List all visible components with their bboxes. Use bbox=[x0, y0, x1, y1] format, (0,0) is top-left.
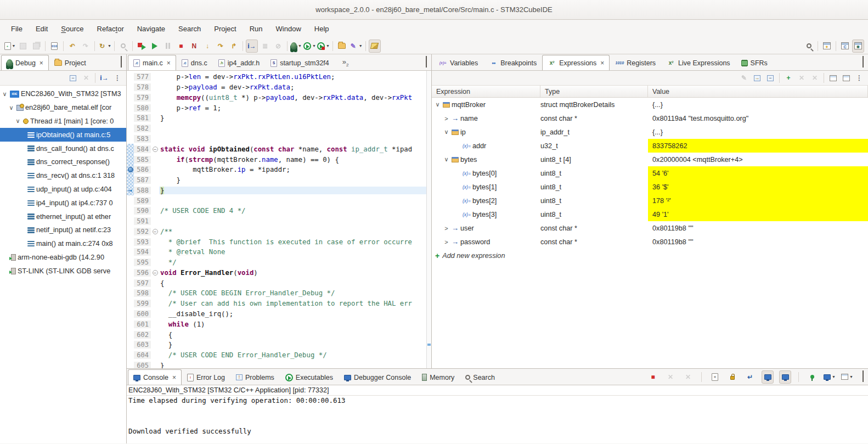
tab-console[interactable]: Console× bbox=[128, 369, 182, 385]
code-line[interactable]: 599 /* User can add his own implementati… bbox=[127, 299, 431, 309]
tab-sfrs[interactable]: SFRs bbox=[736, 55, 773, 70]
menu-edit[interactable]: Edit bbox=[29, 22, 54, 36]
line-number[interactable]: 587 bbox=[134, 176, 151, 184]
code-line[interactable]: 594 * @retval None bbox=[127, 247, 431, 257]
annotation-ruler[interactable] bbox=[127, 319, 134, 329]
line-number[interactable]: 603 bbox=[134, 341, 151, 349]
step-into-button[interactable]: ↓ bbox=[201, 40, 213, 53]
external-tools-button[interactable]: ▼ bbox=[317, 40, 330, 53]
debug-tree-item[interactable]: netif_input() at netif.c:23 bbox=[0, 223, 126, 237]
annotation-ruler[interactable] bbox=[127, 206, 134, 216]
line-number[interactable]: 597 bbox=[134, 279, 151, 287]
expander-icon[interactable]: ∨ bbox=[443, 156, 450, 163]
annotation-ruler[interactable] bbox=[127, 195, 134, 206]
line-number[interactable]: 590 bbox=[134, 207, 151, 215]
annotation-ruler[interactable] bbox=[127, 288, 134, 299]
line-number[interactable]: 595 bbox=[134, 258, 151, 266]
line-number[interactable]: 593 bbox=[134, 238, 151, 246]
expression-row[interactable]: ∨ipip_addr_t{...} bbox=[432, 125, 868, 139]
console-output[interactable]: Time elapsed during verifying operation:… bbox=[127, 396, 868, 443]
dropdown-arrow-icon[interactable]: ▼ bbox=[312, 44, 316, 48]
code-line[interactable]: 585 if(strcmp(mqttBroker.name, name) == … bbox=[127, 154, 431, 165]
code-line[interactable]: 582 bbox=[127, 123, 431, 134]
code-line[interactable]: →588} bbox=[127, 185, 431, 195]
build-project-button[interactable]: ↻▼ bbox=[98, 40, 111, 53]
fold-collapse-icon[interactable]: − bbox=[153, 229, 158, 234]
expression-row[interactable]: (x)=bytes[3]uint8_t49 '1' bbox=[432, 207, 868, 221]
line-number[interactable]: 598 bbox=[134, 289, 151, 297]
line-number[interactable]: 580 bbox=[134, 104, 151, 112]
skip-all-breakpoints-button[interactable]: ⊘ bbox=[272, 40, 284, 53]
line-number[interactable]: 582 bbox=[134, 125, 151, 132]
maximize-button[interactable] bbox=[121, 58, 122, 68]
new-view-button[interactable] bbox=[827, 71, 839, 85]
line-number[interactable]: 585 bbox=[134, 156, 151, 164]
column-expression[interactable]: Expression bbox=[432, 86, 540, 97]
annotation-ruler[interactable] bbox=[127, 257, 134, 268]
code-line[interactable]: 592−/** bbox=[127, 226, 431, 237]
code-line[interactable]: 580 p->ref = 1; bbox=[127, 103, 431, 113]
debug-tree-item[interactable]: dns_call_found() at dns.c bbox=[0, 142, 126, 155]
debug-tree-item[interactable]: ∨IDEENC28J60_With_STM32 [STM3 bbox=[0, 87, 126, 101]
maximize-button[interactable] bbox=[863, 58, 864, 68]
terminate-button[interactable]: ■ bbox=[175, 40, 187, 53]
expander-icon[interactable]: ∨ bbox=[434, 101, 441, 108]
code-line[interactable]: 586 mqttBroker.ip = *ipaddr; bbox=[127, 165, 431, 175]
expression-row[interactable]: >→nameconst char *0x80119a4 "test.mosqui… bbox=[432, 111, 868, 125]
expander-icon[interactable]: > bbox=[443, 239, 450, 245]
maximize-button[interactable] bbox=[863, 372, 864, 382]
expression-row[interactable]: ∨bytesuint8_t [4]0x20000004 <mqttBroker+… bbox=[432, 153, 868, 166]
terminate-relaunch-button[interactable] bbox=[136, 40, 148, 53]
dropdown-arrow-icon[interactable]: ▼ bbox=[12, 44, 16, 48]
code-line[interactable]: 587 } bbox=[127, 175, 431, 186]
expression-row[interactable]: (x)=addru32_t833758262 bbox=[432, 139, 868, 153]
line-number[interactable]: 599 bbox=[134, 300, 151, 307]
expression-row[interactable]: (x)=bytes[2]uint8_t178 '²' bbox=[432, 194, 868, 207]
code-line[interactable]: 583 bbox=[127, 134, 431, 144]
line-number[interactable]: 584 bbox=[134, 145, 151, 153]
view-menu-button[interactable]: ⋮ bbox=[853, 71, 865, 85]
clear-console-button[interactable]: ✕ bbox=[709, 370, 721, 384]
line-number[interactable]: 577 bbox=[134, 73, 151, 81]
code-line[interactable]: 589 bbox=[127, 195, 431, 206]
expander-icon[interactable]: ∨ bbox=[443, 128, 450, 136]
dropdown-arrow-icon[interactable]: ▼ bbox=[832, 375, 836, 379]
redo-button[interactable]: ↷ bbox=[80, 40, 92, 53]
resume-button[interactable] bbox=[149, 40, 161, 53]
expander-icon[interactable]: > bbox=[443, 115, 450, 122]
menu-file[interactable]: File bbox=[4, 22, 29, 36]
show-next-statement-button[interactable]: ≣ bbox=[259, 40, 271, 53]
editor-tab-ip4-addr-h[interactable]: .hip4_addr.h bbox=[213, 55, 265, 70]
annotation-ruler[interactable] bbox=[127, 268, 134, 278]
annotation-ruler[interactable] bbox=[127, 299, 134, 309]
annotation-ruler[interactable] bbox=[127, 134, 134, 144]
cpp-perspective-button[interactable]: C bbox=[839, 40, 851, 53]
close-icon[interactable]: × bbox=[600, 59, 604, 67]
close-icon[interactable]: × bbox=[172, 374, 176, 381]
tab-error-log[interactable]: !Error Log bbox=[182, 369, 230, 385]
dropdown-arrow-icon[interactable]: ▼ bbox=[849, 375, 853, 379]
dropdown-arrow-icon[interactable]: ▼ bbox=[359, 44, 363, 48]
debug-tree-item[interactable]: ethernet_input() at ether bbox=[0, 210, 126, 223]
line-number[interactable]: 589 bbox=[134, 197, 151, 205]
show-logical-structure-button[interactable]: → bbox=[751, 71, 763, 85]
menu-source[interactable]: Source bbox=[54, 22, 90, 36]
code-line[interactable]: 593 * @brief This function is executed i… bbox=[127, 237, 431, 247]
debug-tree-item[interactable]: ∨en28j60_bare_metal.elf [cor bbox=[0, 101, 126, 115]
line-number[interactable]: 602 bbox=[134, 331, 151, 339]
tab-variables[interactable]: (x)=Variables bbox=[433, 55, 483, 70]
dropdown-arrow-icon[interactable]: ▼ bbox=[326, 44, 330, 48]
debug-tree-item[interactable]: ∨Thread #1 [main] 1 [core: 0 bbox=[0, 115, 126, 128]
maximize-button[interactable] bbox=[426, 58, 427, 68]
line-number[interactable]: 600 bbox=[134, 310, 151, 318]
code-line[interactable]: 597{ bbox=[127, 278, 431, 288]
search-button[interactable] bbox=[803, 40, 815, 53]
tab-expressions[interactable]: x²Expressions× bbox=[542, 55, 610, 70]
code-line[interactable]: 590/* USER CODE END 4 */ bbox=[127, 206, 431, 216]
annotation-ruler[interactable]: → bbox=[127, 185, 134, 195]
debug-tree-item[interactable]: ST-LINK (ST-LINK GDB serve bbox=[0, 264, 126, 278]
code-line[interactable]: 596−void Error_Handler(void) bbox=[127, 268, 431, 278]
expression-row[interactable]: >→passwordconst char *0x80119b8 "" bbox=[432, 235, 868, 249]
debug-tree-item[interactable]: udp_input() at udp.c:404 bbox=[0, 183, 126, 196]
line-number[interactable]: 586 bbox=[134, 166, 151, 173]
